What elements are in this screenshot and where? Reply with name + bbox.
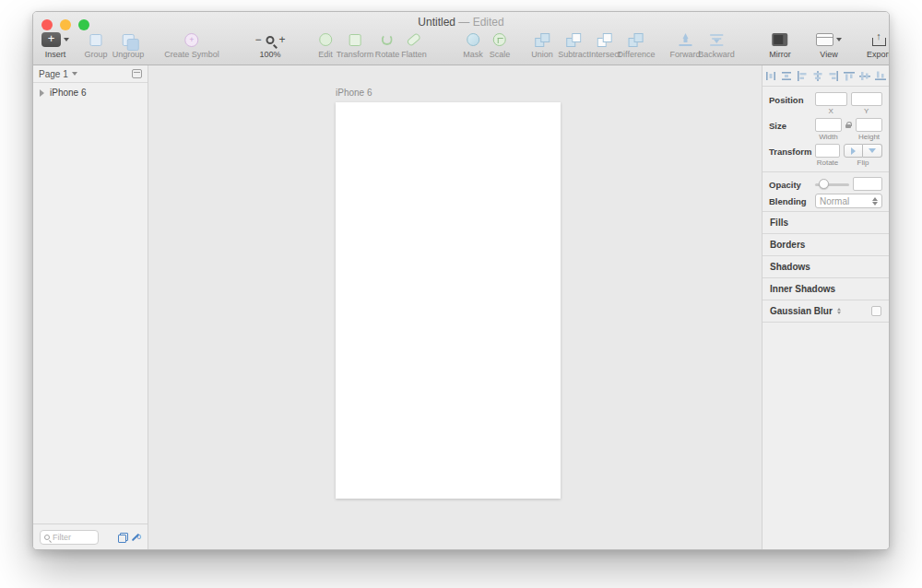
symbol-icon: +: [185, 33, 199, 47]
flip-horizontal-button[interactable]: [844, 144, 863, 158]
rotate-input[interactable]: [815, 144, 840, 158]
gaussian-blur-checkbox[interactable]: [871, 306, 881, 316]
rotate-label: Rotate: [817, 159, 839, 167]
slider-knob[interactable]: [819, 179, 829, 189]
transform-icon: [349, 34, 361, 46]
search-icon: [44, 535, 50, 540]
size-label: Size: [769, 118, 815, 141]
layers-sidebar: Page 1 iPhone 6 0: [33, 65, 148, 549]
rotate-button[interactable]: Rotate: [375, 31, 400, 59]
y-label: Y: [864, 107, 869, 115]
group-button[interactable]: Group: [84, 31, 107, 59]
align-middle-vertical-icon[interactable]: [859, 71, 870, 81]
create-symbol-button[interactable]: + Create Symbol: [164, 31, 219, 59]
insert-button[interactable]: + Insert: [41, 31, 69, 59]
lock-aspect-icon[interactable]: [845, 122, 852, 129]
flip-vertical-button[interactable]: [863, 144, 882, 158]
difference-icon: [629, 33, 644, 47]
flatten-button[interactable]: Flatten: [401, 31, 427, 59]
height-label: Height: [858, 133, 880, 141]
position-row: Position X Y: [769, 92, 882, 115]
view-button[interactable]: View: [816, 31, 842, 59]
export-icon: ↑: [871, 33, 885, 46]
filter-field[interactable]: [40, 530, 99, 545]
document-edited-state: — Edited: [458, 16, 503, 29]
union-icon: [535, 33, 550, 47]
page-selector[interactable]: Page 1: [33, 65, 148, 83]
inspector-panel: Position X Y Size: [762, 65, 889, 549]
align-top-icon[interactable]: [844, 71, 855, 81]
ungroup-button[interactable]: Ungroup: [112, 31, 145, 59]
chevron-down-icon: [72, 72, 77, 76]
position-x-input[interactable]: [815, 92, 847, 106]
section-gaussian-blur[interactable]: Gaussian Blur: [762, 300, 889, 322]
section-borders[interactable]: Borders: [762, 233, 889, 255]
divider: [762, 171, 889, 172]
size-row: Size Width Height: [769, 118, 882, 141]
intersect-button[interactable]: Intersect: [589, 31, 621, 59]
zoom-control[interactable]: − + 100%: [254, 31, 285, 59]
scale-icon: [493, 33, 506, 46]
blending-value: Normal: [820, 196, 849, 206]
edit-button[interactable]: Edit: [318, 31, 333, 59]
plus-icon: +: [41, 32, 61, 47]
section-inner-shadows[interactable]: Inner Shadows: [762, 277, 889, 300]
blending-row: Blending Normal: [769, 194, 882, 208]
chevron-down-icon: [64, 38, 69, 41]
backward-button[interactable]: Backward: [698, 31, 735, 59]
height-input[interactable]: [856, 118, 882, 132]
app-window: Untitled — Edited + Insert Group Ungroup…: [32, 11, 890, 550]
align-bottom-icon[interactable]: [875, 71, 886, 81]
width-input[interactable]: [815, 118, 842, 132]
align-center-horizontal-icon[interactable]: [812, 71, 823, 81]
subtract-icon: [566, 33, 581, 47]
rotate-icon: [382, 34, 393, 45]
zoom-in-button[interactable]: +: [279, 33, 286, 46]
blending-label: Blending: [769, 194, 815, 208]
pages-panel-icon[interactable]: [118, 533, 127, 542]
transform-button[interactable]: Transform: [337, 31, 374, 59]
layer-item-iphone6[interactable]: iPhone 6: [33, 83, 148, 102]
document-title: Untitled: [418, 16, 455, 29]
disclosure-triangle-icon[interactable]: [40, 89, 44, 97]
export-button[interactable]: ↑ Export: [867, 31, 890, 59]
transform-row: Transform Rotate Flip: [769, 144, 882, 167]
layer-name: iPhone 6: [50, 88, 86, 98]
mirror-button[interactable]: Mirror: [769, 31, 791, 59]
artboard-iphone6[interactable]: [336, 102, 561, 499]
section-fills[interactable]: Fills: [762, 211, 889, 233]
difference-button[interactable]: Difference: [618, 31, 656, 59]
scale-button[interactable]: Scale: [490, 31, 511, 59]
page-list-icon[interactable]: [132, 69, 142, 78]
mask-icon: [467, 33, 479, 46]
stepper-icon[interactable]: [837, 308, 841, 314]
position-y-input[interactable]: [851, 92, 883, 106]
sidebar-bottom-bar: 0: [33, 523, 148, 549]
opacity-input[interactable]: [853, 177, 882, 191]
align-left-icon[interactable]: [797, 71, 808, 81]
opacity-label: Opacity: [769, 177, 815, 191]
distribute-horizontally-icon[interactable]: [765, 71, 776, 81]
section-shadows[interactable]: Shadows: [762, 255, 889, 277]
distribute-vertically-icon[interactable]: [781, 71, 792, 81]
flip-horizontal-icon: [851, 147, 856, 155]
stepper-icon: [872, 197, 878, 206]
view-icon: [816, 33, 833, 46]
blending-select[interactable]: Normal: [815, 194, 882, 208]
transform-label: Transform: [769, 144, 815, 167]
window-title: Untitled — Edited: [33, 16, 889, 29]
artboard-label[interactable]: iPhone 6: [336, 88, 372, 98]
edit-icon: [319, 33, 332, 46]
align-right-icon[interactable]: [828, 71, 839, 81]
forward-button[interactable]: Forward: [669, 31, 700, 59]
union-button[interactable]: Union: [531, 31, 553, 59]
opacity-slider[interactable]: [815, 177, 849, 191]
canvas[interactable]: iPhone 6: [148, 65, 762, 549]
filter-input[interactable]: [53, 533, 91, 542]
mask-button[interactable]: Mask: [463, 31, 483, 59]
subtract-button[interactable]: Subtract: [558, 31, 589, 59]
pencil-toggle[interactable]: 0: [135, 533, 141, 542]
zoom-out-button[interactable]: −: [254, 33, 261, 46]
x-label: X: [829, 107, 833, 115]
toolbar: Untitled — Edited + Insert Group Ungroup…: [33, 12, 889, 65]
